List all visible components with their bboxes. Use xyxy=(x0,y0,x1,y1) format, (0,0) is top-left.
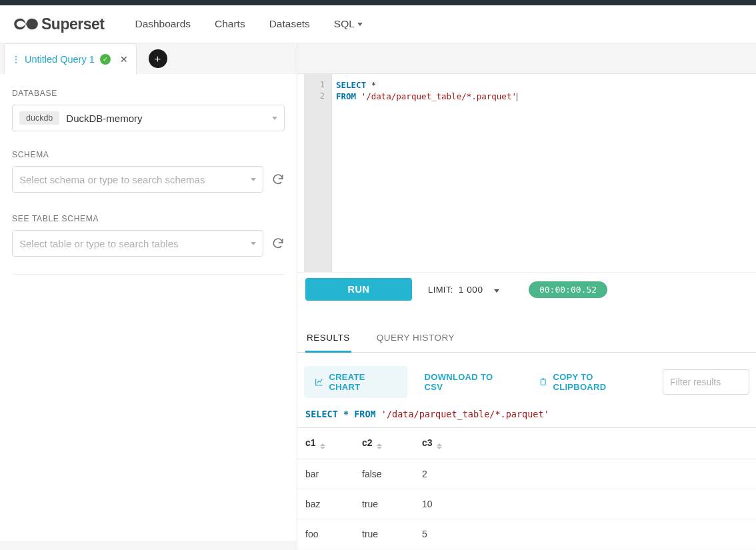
app-name: Superset xyxy=(41,15,104,33)
table-cell: bar xyxy=(297,459,354,489)
refresh-icon[interactable] xyxy=(271,237,285,250)
close-icon[interactable]: ✕ xyxy=(120,54,128,65)
nav-label: Dashboards xyxy=(135,18,191,30)
add-tab-button[interactable]: ＋ xyxy=(149,49,167,68)
table-cell: true xyxy=(354,489,414,519)
button-label: COPY TO CLIPBOARD xyxy=(553,372,645,392)
results-actions: CREATE CHART DOWNLOAD TO CSV COPY TO CLI… xyxy=(297,353,756,406)
button-label: CREATE CHART xyxy=(329,372,396,392)
table-cell: 2 xyxy=(414,459,756,489)
chevron-down-icon xyxy=(251,242,256,245)
schema-panel: DATABASE duckdb DuckDB-memory SCHEMA Sel… xyxy=(0,74,297,541)
database-engine-chip: duckdb xyxy=(19,111,59,125)
table-cell: false xyxy=(354,459,414,489)
right-column: 12 SELECT *FROM '/data/parquet_table/*.p… xyxy=(297,43,756,550)
table-placeholder: Select table or type to search tables xyxy=(19,238,251,249)
plus-icon: ＋ xyxy=(153,53,163,65)
database-label: DATABASE xyxy=(12,89,285,98)
table-cell: foo xyxy=(297,519,354,549)
chevron-down-icon xyxy=(494,289,499,293)
svg-rect-1 xyxy=(542,378,544,379)
column-header[interactable]: c2 xyxy=(354,428,414,459)
superset-logo-icon xyxy=(13,16,39,32)
sql-text: SELECT * FROM xyxy=(305,409,381,419)
code-area[interactable]: SELECT *FROM '/data/parquet_table/*.parq… xyxy=(332,74,756,272)
table-row[interactable]: footrue5 xyxy=(297,519,756,549)
tab-label: QUERY HISTORY xyxy=(377,333,455,343)
editor-toolbar: RUN LIMIT: 1 000 00:00:00.52 xyxy=(297,272,756,306)
divider xyxy=(12,274,285,275)
limit-value: 1 000 xyxy=(459,285,483,295)
column-header[interactable]: c3 xyxy=(414,428,756,459)
table-row[interactable]: barfalse2 xyxy=(297,459,756,489)
sort-icon[interactable] xyxy=(437,443,442,449)
nav-dashboards[interactable]: Dashboards xyxy=(123,18,203,30)
nav-label: Datasets xyxy=(269,18,310,30)
schema-placeholder: Select schema or type to search schemas xyxy=(19,174,251,185)
nav-charts[interactable]: Charts xyxy=(203,18,257,30)
clipboard-icon xyxy=(539,377,547,387)
elapsed-time-badge: 00:00:00.52 xyxy=(529,281,607,298)
chevron-down-icon xyxy=(251,178,256,181)
refresh-icon[interactable] xyxy=(271,173,285,186)
filter-results-input[interactable] xyxy=(663,369,749,395)
title-bar-strip xyxy=(0,0,756,5)
sql-editor[interactable]: 12 SELECT *FROM '/data/parquet_table/*.p… xyxy=(297,74,756,272)
line-gutter: 12 xyxy=(304,74,332,272)
table-label: SEE TABLE SCHEMA xyxy=(12,214,285,223)
workspace: ⋮ Untitled Query 1 ✓ ✕ ＋ DATABASE duckdb… xyxy=(0,43,756,550)
schema-select[interactable]: Select schema or type to search schemas xyxy=(12,166,263,193)
limit-dropdown[interactable]: 1 000 xyxy=(459,285,499,295)
button-label: DOWNLOAD TO CSV xyxy=(425,372,511,392)
left-column: ⋮ Untitled Query 1 ✓ ✕ ＋ DATABASE duckdb… xyxy=(0,43,297,550)
results-tabs: RESULTS QUERY HISTORY xyxy=(297,326,756,353)
nav-label: SQL xyxy=(334,18,355,30)
table-cell: 10 xyxy=(414,489,756,519)
sql-string: '/data/parquet_table/*.parquet' xyxy=(381,409,549,419)
nav-sql[interactable]: SQL xyxy=(322,18,375,30)
chart-icon xyxy=(315,377,323,387)
sort-icon[interactable] xyxy=(377,443,382,449)
tab-strip-spacer xyxy=(297,43,756,74)
run-button[interactable]: RUN xyxy=(305,278,412,301)
tab-label: RESULTS xyxy=(307,333,350,343)
executed-sql: SELECT * FROM '/data/parquet_table/*.par… xyxy=(297,406,756,427)
main-navbar: Superset Dashboards Charts Datasets SQL xyxy=(0,5,756,43)
create-chart-button[interactable]: CREATE CHART xyxy=(304,366,407,398)
database-select[interactable]: duckdb DuckDB-memory xyxy=(12,105,285,131)
tab-query-history[interactable]: QUERY HISTORY xyxy=(375,326,456,352)
table-select[interactable]: Select table or type to search tables xyxy=(12,230,263,257)
copy-clipboard-button[interactable]: COPY TO CLIPBOARD xyxy=(528,366,656,398)
status-success-icon: ✓ xyxy=(100,54,111,65)
schema-label: SCHEMA xyxy=(12,150,285,159)
column-header[interactable]: c1 xyxy=(297,428,354,459)
app-logo[interactable]: Superset xyxy=(13,15,104,33)
chevron-down-icon xyxy=(357,23,363,26)
drag-handle-icon[interactable]: ⋮ xyxy=(11,54,19,65)
limit-label: LIMIT: xyxy=(428,285,453,295)
tab-results[interactable]: RESULTS xyxy=(305,326,351,353)
table-cell: 5 xyxy=(414,519,756,549)
table-cell: true xyxy=(354,519,414,549)
svg-rect-0 xyxy=(541,379,545,385)
chevron-down-icon xyxy=(272,117,277,120)
tab-title: Untitled Query 1 xyxy=(25,54,95,65)
table-row[interactable]: baztrue10 xyxy=(297,489,756,519)
sort-icon[interactable] xyxy=(320,443,325,449)
download-csv-button[interactable]: DOWNLOAD TO CSV xyxy=(414,366,521,398)
database-value: DuckDB-memory xyxy=(66,113,272,124)
nav-datasets[interactable]: Datasets xyxy=(257,18,322,30)
results-table: c1c2c3 barfalse2baztrue10footrue5 xyxy=(297,427,756,549)
query-tab-strip: ⋮ Untitled Query 1 ✓ ✕ ＋ xyxy=(0,43,297,74)
table-cell: baz xyxy=(297,489,354,519)
query-tab-active[interactable]: ⋮ Untitled Query 1 ✓ ✕ xyxy=(4,43,137,74)
run-label: RUN xyxy=(348,284,370,295)
nav-label: Charts xyxy=(215,18,245,30)
